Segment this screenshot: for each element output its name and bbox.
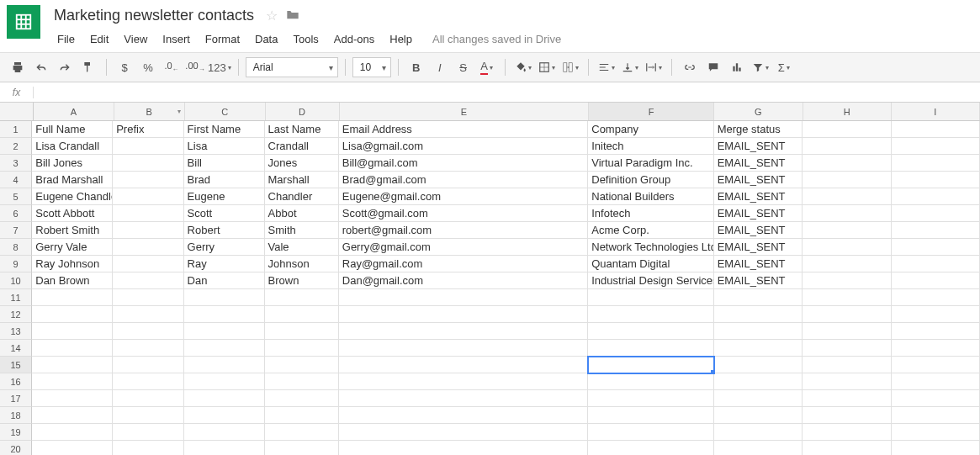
- cell[interactable]: [803, 138, 891, 155]
- cell[interactable]: [184, 323, 265, 340]
- row-header[interactable]: 17: [0, 390, 32, 407]
- cell[interactable]: [803, 272, 891, 289]
- cell[interactable]: [803, 407, 891, 424]
- cell[interactable]: [714, 323, 803, 340]
- cell[interactable]: [339, 390, 588, 407]
- cell[interactable]: [714, 373, 803, 390]
- cell[interactable]: Lisa Crandall: [32, 138, 113, 155]
- cell[interactable]: Email Address: [339, 121, 588, 138]
- menu-file[interactable]: File: [50, 29, 82, 49]
- cell[interactable]: [32, 407, 113, 424]
- cell[interactable]: Smith: [265, 222, 339, 239]
- cell[interactable]: [803, 340, 891, 357]
- cell[interactable]: [339, 407, 588, 424]
- cell[interactable]: [892, 172, 980, 188]
- column-header-A[interactable]: A: [34, 103, 114, 120]
- column-header-I[interactable]: I: [892, 103, 980, 120]
- cell[interactable]: Dan: [184, 272, 265, 289]
- cell[interactable]: [588, 323, 713, 340]
- horizontal-align-button[interactable]: [596, 56, 617, 78]
- cell[interactable]: [892, 441, 980, 455]
- cell[interactable]: [113, 373, 183, 390]
- cell[interactable]: [113, 390, 183, 407]
- menu-insert[interactable]: Insert: [156, 29, 197, 49]
- cell[interactable]: [803, 373, 891, 390]
- row-header[interactable]: 20: [0, 441, 32, 455]
- cell[interactable]: [892, 121, 980, 138]
- cell[interactable]: [892, 138, 980, 155]
- cell[interactable]: [892, 407, 980, 424]
- cell[interactable]: [588, 441, 713, 455]
- cell[interactable]: [714, 289, 803, 306]
- row-header[interactable]: 6: [0, 205, 32, 222]
- cell[interactable]: [113, 172, 183, 188]
- cell[interactable]: [803, 357, 891, 373]
- cell[interactable]: Chandler: [265, 188, 339, 205]
- format-currency-button[interactable]: $: [114, 56, 135, 78]
- cell[interactable]: EMAIL_SENT: [714, 188, 803, 205]
- cell[interactable]: [803, 256, 891, 272]
- cell[interactable]: EMAIL_SENT: [714, 172, 803, 188]
- cell[interactable]: EMAIL_SENT: [714, 272, 803, 289]
- cell[interactable]: [113, 441, 183, 455]
- cell[interactable]: Lisa: [184, 138, 265, 155]
- cell[interactable]: [113, 424, 183, 441]
- cell[interactable]: [339, 323, 588, 340]
- cell[interactable]: Virtual Paradigm Inc.: [588, 155, 713, 172]
- row-header[interactable]: 4: [0, 172, 32, 188]
- insert-chart-button[interactable]: [726, 56, 748, 78]
- row-header[interactable]: 15: [0, 357, 32, 373]
- cell[interactable]: EMAIL_SENT: [714, 205, 803, 222]
- cell[interactable]: Acme Corp.: [588, 222, 713, 239]
- cell[interactable]: [714, 340, 803, 357]
- cell[interactable]: Company: [588, 121, 713, 138]
- cell[interactable]: [113, 188, 183, 205]
- row-header[interactable]: 7: [0, 222, 32, 239]
- cell[interactable]: [265, 373, 339, 390]
- cell[interactable]: EMAIL_SENT: [714, 256, 803, 272]
- cell[interactable]: [803, 121, 891, 138]
- format-percent-button[interactable]: %: [137, 56, 159, 78]
- cell[interactable]: [32, 323, 113, 340]
- cell[interactable]: [892, 239, 980, 256]
- cell[interactable]: [265, 289, 339, 306]
- cell[interactable]: [32, 357, 113, 373]
- cell[interactable]: Ray@gmail.com: [339, 256, 588, 272]
- column-header-G[interactable]: G: [714, 103, 803, 120]
- row-header[interactable]: 8: [0, 239, 32, 256]
- row-header[interactable]: 5: [0, 188, 32, 205]
- menu-format[interactable]: Format: [199, 29, 246, 49]
- cell[interactable]: [113, 138, 183, 155]
- cell[interactable]: Eugene@gmail.com: [339, 188, 588, 205]
- cell[interactable]: EMAIL_SENT: [714, 138, 803, 155]
- column-header-F[interactable]: F: [589, 103, 714, 120]
- cell[interactable]: [892, 340, 980, 357]
- cell[interactable]: [32, 390, 113, 407]
- cell[interactable]: Industrial Design Services: [588, 272, 713, 289]
- selection-handle[interactable]: [711, 370, 714, 373]
- cell[interactable]: First Name: [184, 121, 265, 138]
- cell[interactable]: Quantam Digital: [588, 256, 713, 272]
- cell[interactable]: [265, 441, 339, 455]
- cell[interactable]: Marshall: [265, 172, 339, 188]
- folder-icon[interactable]: [286, 8, 299, 24]
- cell[interactable]: Ray Johnson: [32, 256, 113, 272]
- paint-format-button[interactable]: [77, 56, 99, 78]
- cell[interactable]: robert@gmail.com: [339, 222, 588, 239]
- cell[interactable]: [803, 323, 891, 340]
- star-icon[interactable]: ☆: [266, 8, 278, 24]
- cell[interactable]: [113, 222, 183, 239]
- cell[interactable]: Scott Abbott: [32, 205, 113, 222]
- cell[interactable]: [892, 188, 980, 205]
- cell[interactable]: [892, 289, 980, 306]
- cell[interactable]: Crandall: [265, 138, 339, 155]
- cell[interactable]: EMAIL_SENT: [714, 155, 803, 172]
- cell[interactable]: [184, 289, 265, 306]
- column-header-B[interactable]: B▾: [114, 103, 185, 120]
- cell[interactable]: [32, 306, 113, 323]
- cell[interactable]: [184, 306, 265, 323]
- menu-help[interactable]: Help: [383, 29, 419, 49]
- undo-button[interactable]: [30, 56, 52, 78]
- menu-data[interactable]: Data: [248, 29, 284, 49]
- cell[interactable]: [32, 424, 113, 441]
